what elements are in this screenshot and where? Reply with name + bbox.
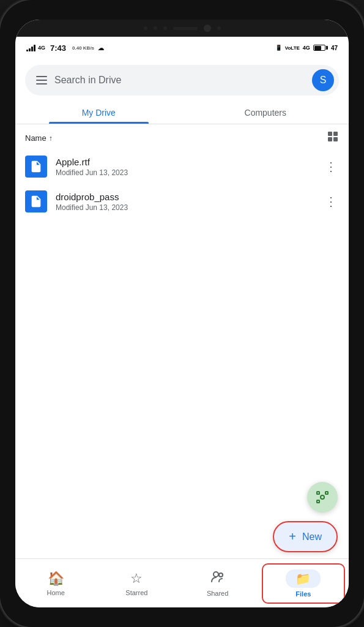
svg-rect-3 — [333, 137, 338, 141]
file-name-1: droidprob_pass — [56, 192, 315, 202]
avatar[interactable]: S — [312, 69, 334, 91]
search-bar-container: Search in Drive S — [15, 59, 349, 100]
status-time: 7:43 — [50, 43, 66, 53]
signal-icon — [26, 44, 35, 51]
file-item-0[interactable]: Apple.rtf Modified Jun 13, 2023 ⋮ — [15, 149, 349, 184]
tab-computers-label: Computers — [245, 108, 286, 118]
files-icon: 📁 — [295, 571, 311, 586]
status-bar: 4G 7:43 0.40 KB/s ☁ 📱 VoLTE 4G 47 — [15, 37, 349, 59]
svg-rect-6 — [33, 202, 39, 203]
svg-rect-8 — [317, 492, 319, 494]
battery-percent: 47 — [331, 45, 338, 51]
notch-dot-3 — [163, 26, 167, 30]
signal-4g-icon: 4G — [303, 45, 310, 51]
file-item-1[interactable]: droidprob_pass Modified Jun 13, 2023 ⋮ — [15, 184, 349, 219]
notch-dot-2 — [154, 26, 157, 30]
nav-starred-icon-wrap: ☆ — [130, 571, 143, 587]
nav-files-icon-wrap: 📁 — [286, 569, 321, 588]
phone-frame: 4G 7:43 0.40 KB/s ☁ 📱 VoLTE 4G 47 — [0, 0, 364, 627]
phone-icon: 📱 — [275, 45, 282, 51]
avatar-letter: S — [320, 75, 327, 86]
svg-rect-4 — [33, 167, 39, 168]
notch-dot-1 — [144, 26, 147, 30]
nav-shared-icon-wrap — [210, 570, 225, 587]
file-modified-0: Modified Jun 13, 2023 — [56, 168, 315, 177]
shared-icon — [210, 570, 225, 587]
file-icon-1 — [25, 190, 47, 212]
nav-item-home[interactable]: 🏠 Home — [15, 566, 96, 601]
svg-rect-1 — [333, 132, 338, 136]
svg-rect-10 — [317, 500, 319, 503]
battery-icon — [313, 45, 328, 51]
status-left: 4G 7:43 0.40 KB/s ☁ — [26, 43, 104, 53]
nav-files-label: Files — [295, 590, 311, 598]
nav-item-starred[interactable]: ☆ Starred — [96, 566, 177, 601]
svg-rect-9 — [325, 492, 328, 494]
file-modified-1: Modified Jun 13, 2023 — [56, 203, 315, 212]
file-icon-0 — [25, 156, 47, 178]
fab-area: + New — [273, 482, 338, 552]
svg-rect-2 — [328, 137, 332, 141]
volte-label: VoLTE — [285, 45, 300, 51]
hamburger-button[interactable] — [34, 73, 50, 87]
nav-shared-label: Shared — [207, 590, 228, 597]
camera-lens — [204, 24, 211, 32]
scan-fab-button[interactable] — [307, 482, 338, 512]
cloud-icon: ☁ — [98, 45, 104, 51]
notch — [15, 20, 349, 37]
nav-home-icon-wrap: 🏠 — [48, 571, 64, 587]
sort-direction: ↑ — [49, 134, 53, 143]
nav-item-files[interactable]: 📁 Files — [262, 563, 345, 604]
home-icon: 🏠 — [48, 571, 64, 587]
tab-my-drive-label: My Drive — [82, 108, 116, 118]
search-placeholder: Search in Drive — [54, 75, 307, 86]
sort-name: Name — [25, 133, 46, 143]
grid-view-button[interactable] — [327, 130, 339, 146]
svg-point-13 — [219, 573, 223, 577]
network-label: 4G — [38, 45, 45, 51]
file-menu-0[interactable]: ⋮ — [324, 157, 339, 176]
nav-home-label: Home — [46, 589, 64, 596]
status-right: 📱 VoLTE 4G 47 — [275, 45, 338, 51]
svg-rect-5 — [33, 169, 37, 170]
new-plus-icon: + — [289, 530, 296, 544]
data-speed: 0.40 KB/s — [72, 45, 94, 51]
tabs: My Drive Computers — [15, 100, 349, 124]
notch-dot-4 — [217, 26, 221, 30]
file-menu-1[interactable]: ⋮ — [324, 192, 339, 211]
speaker — [173, 27, 198, 30]
sort-label[interactable]: Name ↑ — [25, 133, 53, 143]
bottom-nav: 🏠 Home ☆ Starred — [15, 558, 349, 607]
file-info-0: Apple.rtf Modified Jun 13, 2023 — [56, 157, 315, 177]
tab-my-drive[interactable]: My Drive — [15, 100, 182, 124]
new-fab-button[interactable]: + New — [273, 521, 338, 552]
starred-icon: ☆ — [130, 571, 143, 587]
nav-item-shared[interactable]: Shared — [177, 565, 258, 602]
sort-row: Name ↑ — [15, 124, 349, 149]
svg-rect-0 — [328, 132, 332, 136]
nav-starred-label: Starred — [125, 589, 147, 596]
svg-rect-7 — [33, 204, 37, 205]
file-info-1: droidprob_pass Modified Jun 13, 2023 — [56, 192, 315, 212]
tab-computers[interactable]: Computers — [182, 100, 349, 124]
screen: 4G 7:43 0.40 KB/s ☁ 📱 VoLTE 4G 47 — [15, 20, 349, 607]
file-name-0: Apple.rtf — [56, 157, 315, 167]
svg-point-11 — [321, 495, 324, 499]
new-fab-label: New — [302, 531, 322, 543]
svg-point-12 — [214, 572, 218, 577]
search-bar[interactable]: Search in Drive S — [25, 65, 339, 96]
